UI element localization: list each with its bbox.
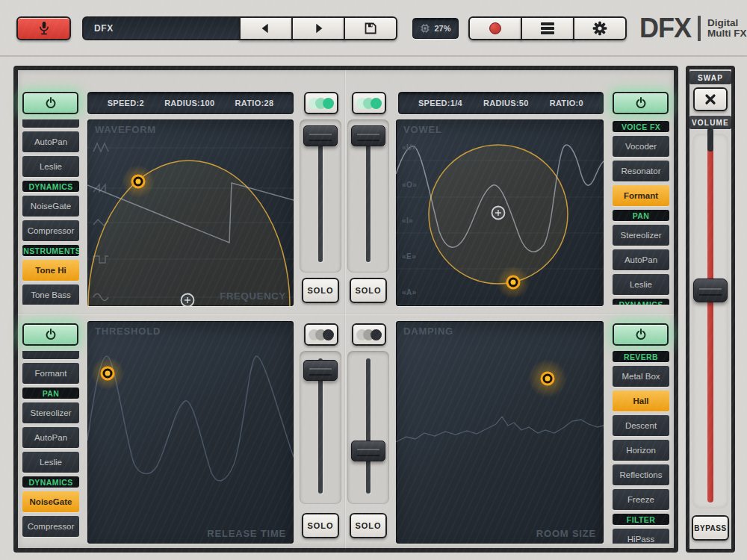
brand-tagline: Digital Multi FX: [707, 18, 747, 39]
list-item[interactable]: Leslie: [613, 274, 669, 295]
volume-track[interactable]: [707, 144, 713, 503]
q2-control-dot[interactable]: [497, 266, 530, 299]
list-item[interactable]: Stereolizer: [22, 402, 79, 423]
q2-power-button[interactable]: [613, 92, 669, 114]
q1-ratio: RATIO:28: [235, 99, 274, 108]
q4-power-button[interactable]: [613, 323, 669, 346]
list-item[interactable]: Resonator: [613, 161, 669, 181]
right-arrow-icon: [311, 22, 325, 35]
list-item[interactable]: Tone Bass: [22, 284, 79, 305]
list-category-header: INSTRUMENTS: [22, 245, 79, 256]
list-item-partial[interactable]: [22, 351, 79, 359]
q4-screen-title: DAMPING: [403, 326, 453, 337]
q4-control-dot[interactable]: [528, 359, 567, 398]
toggle-on-indicator: [356, 98, 382, 109]
list-item[interactable]: Vocoder: [613, 136, 669, 157]
vowel-label-e: «E»: [402, 252, 416, 261]
list-item[interactable]: AutoPan: [613, 249, 669, 270]
list-item[interactable]: HiPass: [613, 529, 669, 544]
slider3-toggle[interactable]: [304, 323, 338, 346]
microphone-icon: [37, 20, 51, 37]
preset-name: DFX: [94, 23, 114, 34]
q1-crosshair-handle[interactable]: [182, 294, 194, 307]
q1-screen-title: WAVEFORM: [95, 124, 156, 135]
list-item[interactable]: Metal Box: [613, 366, 669, 387]
slider1-toggle[interactable]: [304, 92, 338, 114]
toolbar: DFX 27%: [0, 0, 747, 57]
toggle-off-indicator: [309, 329, 334, 340]
gear-icon: [592, 21, 607, 36]
threshold-display: [87, 321, 294, 544]
list-item[interactable]: Descent: [613, 415, 669, 436]
next-preset-button[interactable]: [291, 16, 345, 40]
slider4-solo-button[interactable]: SOLO: [350, 513, 387, 538]
q1-power-button[interactable]: [22, 92, 78, 114]
vowel-label-i: «I»: [402, 217, 413, 225]
menu-button[interactable]: [521, 16, 574, 40]
list-item-selected[interactable]: Formant: [613, 185, 669, 206]
settings-button[interactable]: [573, 16, 627, 40]
q3-screen-title: THRESHOLD: [95, 326, 161, 337]
slider2-toggle[interactable]: [352, 92, 386, 114]
utility-button-group: [468, 16, 627, 40]
q3-control-dot[interactable]: [91, 357, 124, 390]
list-item-partial[interactable]: [22, 119, 79, 128]
list-item[interactable]: Compressor: [22, 516, 79, 537]
q2-crosshair-handle[interactable]: [492, 207, 505, 220]
slider3-well: [300, 351, 341, 504]
slider4-toggle[interactable]: [352, 323, 386, 346]
slider2-track[interactable]: [366, 127, 371, 262]
list-item[interactable]: Leslie: [22, 156, 79, 177]
list-item[interactable]: AutoPan: [22, 427, 79, 448]
slider1-well: [300, 119, 341, 273]
slider4-handle[interactable]: [351, 441, 385, 461]
q3-threshold-pad[interactable]: THRESHOLD RELEASE TIME: [87, 321, 294, 544]
list-item[interactable]: Compressor: [22, 220, 79, 241]
toggle-on-indicator: [309, 98, 334, 109]
mic-button[interactable]: [16, 16, 71, 40]
slider3-solo-button[interactable]: SOLO: [302, 513, 339, 538]
preset-group: DFX: [82, 16, 397, 40]
record-button[interactable]: [468, 16, 522, 40]
volume-handle[interactable]: [693, 279, 728, 302]
list-item[interactable]: AutoPan: [22, 131, 79, 152]
swap-button[interactable]: [693, 87, 728, 111]
list-item-selected[interactable]: Tone Hi: [22, 260, 79, 281]
list-item-selected[interactable]: NoiseGate: [22, 491, 79, 512]
bypass-button[interactable]: BYPASS: [692, 515, 729, 541]
slider4-track[interactable]: [366, 358, 371, 494]
slider1-solo-button[interactable]: SOLO: [302, 278, 339, 303]
q1-control-dot[interactable]: [122, 165, 155, 198]
slider1-handle[interactable]: [303, 125, 338, 146]
list-item[interactable]: Horizon: [613, 440, 669, 461]
slider2-solo-button[interactable]: SOLO: [350, 278, 387, 303]
volume-track-cap: [707, 128, 713, 152]
slider2-handle[interactable]: [351, 125, 385, 146]
q1-speed: SPEED:2: [108, 99, 144, 108]
preset-field[interactable]: DFX: [82, 16, 241, 40]
q3-power-button[interactable]: [22, 323, 78, 346]
list-item[interactable]: Formant: [22, 363, 79, 384]
list-item[interactable]: Reflections: [613, 464, 669, 485]
q1-waveform-pad[interactable]: WAVEFORM FREQUENCY: [87, 119, 294, 306]
list-item[interactable]: Leslie: [22, 452, 79, 473]
previous-preset-button[interactable]: [239, 16, 293, 40]
slider3-handle[interactable]: [303, 360, 338, 381]
list-item[interactable]: Stereolizer: [613, 225, 669, 246]
q2-speed: SPEED:1/4: [418, 99, 462, 108]
q4-damping-pad[interactable]: DAMPING ROOM SIZE: [396, 321, 604, 544]
power-icon: [45, 329, 57, 340]
list-item-selected[interactable]: Hall: [613, 391, 669, 411]
save-preset-button[interactable]: [344, 16, 397, 40]
cpu-meter: 27%: [412, 18, 459, 39]
slider1-track[interactable]: [318, 127, 323, 262]
q4-corner-label: ROOM SIZE: [536, 528, 596, 539]
list-category-header: DYNAMICS: [22, 181, 79, 192]
vowel-label-o: «O»: [402, 181, 417, 189]
power-icon: [45, 97, 57, 109]
q2-vowel-pad[interactable]: VOWEL «U» «O» «I» «E» «A»: [396, 119, 604, 306]
list-category-header: FILTER: [613, 514, 669, 525]
q2-status-bar: SPEED:1/4 RADIUS:50 RATIO:0: [398, 92, 604, 114]
list-item[interactable]: Freeze: [613, 489, 669, 510]
list-item[interactable]: NoiseGate: [22, 196, 79, 217]
